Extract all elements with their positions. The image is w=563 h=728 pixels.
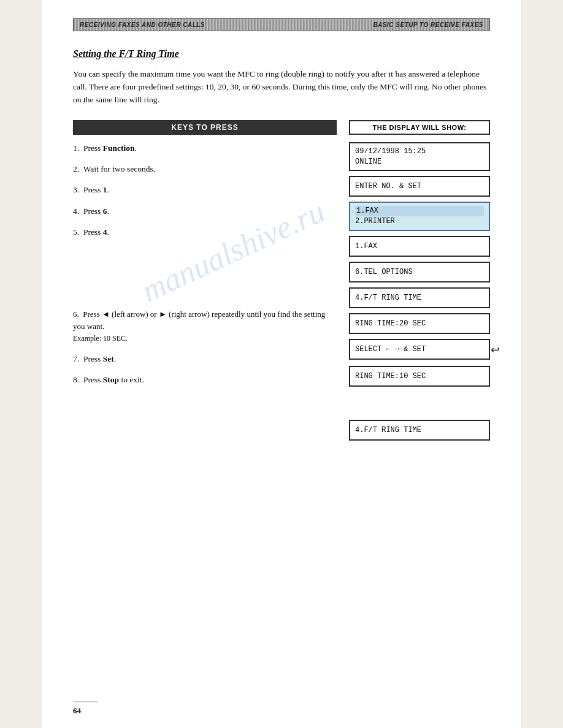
display-line-1-1: 09/12/1998 15:25 [355,146,484,157]
display-box-10: 4.F/T RING TIME [349,420,490,441]
step-1: 1. Press Function. [73,142,337,154]
display-line-5-1: 6.TEL OPTIONS [355,267,484,278]
display-box-8-group: SELECT ← → & SET ↩ [349,339,490,361]
loop-arrow-icon: ↩ [491,343,500,357]
display-line-4-1: 1.FAX [355,241,484,252]
step-8-num: 8. Press [73,375,103,384]
display-box-5: 6.TEL OPTIONS [349,262,490,282]
step-5-bold: 4 [103,227,107,237]
step-7: 7. Press Set. [73,353,337,365]
header-right: BASIC SETUP TO RECEIVE FAXES [373,21,483,28]
step-4-num: 4. Press [73,207,103,216]
display-column: THE DISPLAY WILL SHOW: 09/12/1998 15:25 … [349,120,490,442]
step-5: 5. Press 4. [73,226,337,238]
page: RECEIVING FAXES AND OTHER CALLS BASIC SE… [42,0,521,728]
body-text: You can specify the maximum time you wan… [73,68,490,107]
display-box-3: 1.FAX 2.PRINTER [349,202,490,231]
display-box-6: 4.F/T RING TIME [349,287,490,308]
display-line-3-1: 1.FAX [355,206,484,216]
two-column-layout: KEYS TO PRESS 1. Press Function. 2. Wait… [73,120,490,442]
display-box-1: 09/12/1998 15:25 ONLINE [349,142,490,172]
display-line-1-2: ONLINE [355,157,484,167]
spacer-1 [73,247,337,308]
header-left: RECEIVING FAXES AND OTHER CALLS [80,21,205,28]
step-1-num: 1. Press [73,143,103,153]
display-line-2-1: ENTER NO. & SET [355,181,484,192]
page-number: 64 [73,702,98,716]
step-2: 2. Wait for two seconds. [73,163,337,175]
step-2-num: 2. [73,164,83,173]
keys-header: KEYS TO PRESS [73,120,337,135]
step-6-example: Example: 10 SEC. [73,334,128,343]
step-6-num: 6. Press ◄ (left arrow) or ► (right arro… [73,309,325,331]
header-banner: RECEIVING FAXES AND OTHER CALLS BASIC SE… [73,18,490,31]
display-box-4: 1.FAX [349,236,490,257]
display-line-8-1: SELECT ← → & SET [355,344,484,355]
display-box-8: SELECT ← → & SET [349,339,490,360]
step-8-bold: Stop [103,375,119,384]
display-line-3-2: 2.PRINTER [355,216,484,227]
section-title: Setting the F/T Ring Time [73,48,490,59]
display-box-7: RING TIME:20 SEC [349,313,490,334]
display-line-10-1: 4.F/T RING TIME [355,425,484,436]
display-box-2: ENTER NO. & SET [349,176,490,197]
step-3: 3. Press 1. [73,184,337,196]
step-3-num: 3. Press [73,185,103,194]
display-line-7-1: RING TIME:20 SEC [355,319,484,329]
keys-column: KEYS TO PRESS 1. Press Function. 2. Wait… [73,120,337,395]
step-7-bold: Set [103,354,114,363]
spacer-2 [349,392,490,416]
step-4: 4. Press 6. [73,205,337,218]
step-7-num: 7. Press [73,354,103,363]
display-box-9: RING TIME:10 SEC [349,366,490,387]
step-1-bold: Function [103,143,135,153]
step-6: 6. Press ◄ (left arrow) or ► (right arro… [73,308,337,344]
step-2-text: Wait for two seconds. [83,164,155,173]
step-3-bold: 1 [103,185,107,194]
step-4-bold: 6 [103,207,107,216]
display-header: THE DISPLAY WILL SHOW: [349,120,490,135]
step-8: 8. Press Stop to exit. [73,374,337,386]
display-line-9-1: RING TIME:10 SEC [355,371,484,382]
display-line-6-1: 4.F/T RING TIME [355,293,484,303]
step-5-num: 5. Press [73,227,103,237]
